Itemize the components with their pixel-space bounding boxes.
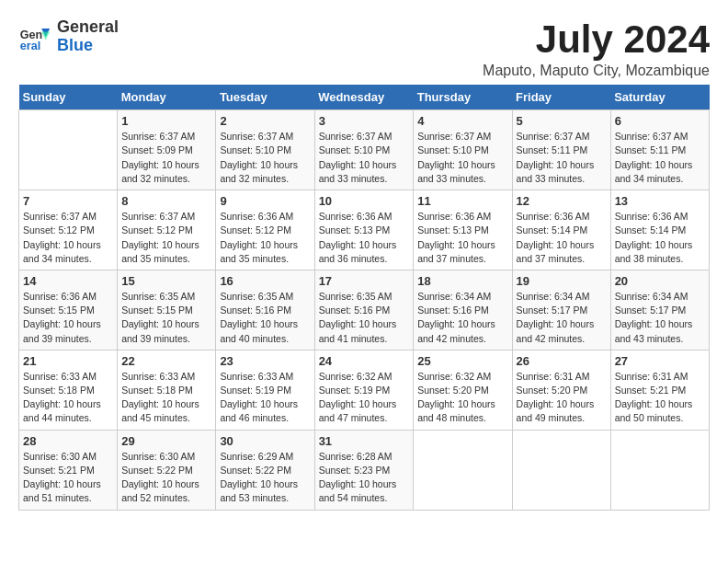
day-number: 5 [517,114,607,128]
svg-marker-3 [41,31,50,40]
day-number: 21 [23,354,113,368]
day-number: 18 [417,274,507,288]
cell-content: Sunrise: 6:37 AM Sunset: 5:09 PM Dayligh… [121,130,211,186]
calendar-week-1: 1Sunrise: 6:37 AM Sunset: 5:09 PM Daylig… [19,110,710,190]
day-number: 4 [417,114,507,128]
day-number: 23 [220,354,310,368]
calendar-cell: 14Sunrise: 6:36 AM Sunset: 5:15 PM Dayli… [19,270,118,350]
calendar-cell: 26Sunrise: 6:31 AM Sunset: 5:20 PM Dayli… [512,350,610,430]
day-number: 27 [615,354,705,368]
cell-content: Sunrise: 6:35 AM Sunset: 5:16 PM Dayligh… [220,290,310,346]
day-number: 10 [319,194,410,208]
cell-content: Sunrise: 6:28 AM Sunset: 5:23 PM Dayligh… [319,450,410,506]
cell-content: Sunrise: 6:37 AM Sunset: 5:11 PM Dayligh… [517,130,607,186]
location-subtitle: Maputo, Maputo City, Mozambique [483,63,710,79]
svg-text:eral: eral [20,40,40,52]
cell-content: Sunrise: 6:37 AM Sunset: 5:10 PM Dayligh… [220,130,310,186]
cell-content: Sunrise: 6:35 AM Sunset: 5:15 PM Dayligh… [121,290,211,346]
calendar-cell: 2Sunrise: 6:37 AM Sunset: 5:10 PM Daylig… [216,110,314,190]
calendar-cell: 21Sunrise: 6:33 AM Sunset: 5:18 PM Dayli… [19,350,118,430]
calendar-cell: 5Sunrise: 6:37 AM Sunset: 5:11 PM Daylig… [512,110,610,190]
day-number: 31 [319,434,410,448]
cell-content: Sunrise: 6:36 AM Sunset: 5:14 PM Dayligh… [517,210,607,266]
calendar-cell [610,430,709,510]
cell-content: Sunrise: 6:33 AM Sunset: 5:18 PM Dayligh… [23,370,113,426]
cell-content: Sunrise: 6:34 AM Sunset: 5:17 PM Dayligh… [615,290,705,346]
day-number: 11 [417,194,507,208]
day-number: 9 [220,194,310,208]
page-header: Gen eral General Blue July 2024 Maputo, … [18,18,710,79]
calendar-cell: 29Sunrise: 6:30 AM Sunset: 5:22 PM Dayli… [118,430,216,510]
day-number: 26 [517,354,607,368]
calendar-cell: 10Sunrise: 6:36 AM Sunset: 5:13 PM Dayli… [314,190,414,270]
calendar-cell [19,110,118,190]
calendar-cell: 1Sunrise: 6:37 AM Sunset: 5:09 PM Daylig… [118,110,216,190]
cell-content: Sunrise: 6:35 AM Sunset: 5:16 PM Dayligh… [319,290,410,346]
calendar-cell: 8Sunrise: 6:37 AM Sunset: 5:12 PM Daylig… [118,190,216,270]
calendar-cell: 28Sunrise: 6:30 AM Sunset: 5:21 PM Dayli… [19,430,118,510]
calendar-cell [512,430,610,510]
cell-content: Sunrise: 6:36 AM Sunset: 5:12 PM Dayligh… [220,210,310,266]
day-number: 16 [220,274,310,288]
day-number: 20 [615,274,705,288]
day-number: 25 [417,354,507,368]
calendar-cell: 17Sunrise: 6:35 AM Sunset: 5:16 PM Dayli… [314,270,414,350]
cell-content: Sunrise: 6:33 AM Sunset: 5:18 PM Dayligh… [121,370,211,426]
logo: Gen eral General Blue [18,18,119,55]
calendar-cell: 30Sunrise: 6:29 AM Sunset: 5:22 PM Dayli… [216,430,314,510]
calendar-cell: 22Sunrise: 6:33 AM Sunset: 5:18 PM Dayli… [118,350,216,430]
day-number: 30 [220,434,310,448]
cell-content: Sunrise: 6:36 AM Sunset: 5:13 PM Dayligh… [319,210,410,266]
calendar-cell: 31Sunrise: 6:28 AM Sunset: 5:23 PM Dayli… [314,430,414,510]
day-number: 8 [121,194,211,208]
cell-content: Sunrise: 6:30 AM Sunset: 5:21 PM Dayligh… [23,450,113,506]
day-number: 14 [23,274,113,288]
title-block: July 2024 Maputo, Maputo City, Mozambiqu… [483,18,710,79]
calendar-header-row: SundayMondayTuesdayWednesdayThursdayFrid… [19,85,710,110]
cell-content: Sunrise: 6:29 AM Sunset: 5:22 PM Dayligh… [220,450,310,506]
calendar-cell: 3Sunrise: 6:37 AM Sunset: 5:10 PM Daylig… [314,110,414,190]
calendar-cell: 18Sunrise: 6:34 AM Sunset: 5:16 PM Dayli… [414,270,512,350]
calendar-cell: 13Sunrise: 6:36 AM Sunset: 5:14 PM Dayli… [610,190,709,270]
day-number: 3 [319,114,410,128]
day-number: 1 [121,114,211,128]
day-number: 7 [23,194,113,208]
day-header-monday: Monday [118,85,216,110]
day-number: 2 [220,114,310,128]
calendar-cell: 15Sunrise: 6:35 AM Sunset: 5:15 PM Dayli… [118,270,216,350]
cell-content: Sunrise: 6:37 AM Sunset: 5:12 PM Dayligh… [121,210,211,266]
cell-content: Sunrise: 6:34 AM Sunset: 5:16 PM Dayligh… [417,290,507,346]
cell-content: Sunrise: 6:32 AM Sunset: 5:20 PM Dayligh… [417,370,507,426]
day-header-sunday: Sunday [19,85,118,110]
day-number: 15 [121,274,211,288]
calendar-cell: 25Sunrise: 6:32 AM Sunset: 5:20 PM Dayli… [414,350,512,430]
day-number: 24 [319,354,410,368]
day-header-tuesday: Tuesday [216,85,314,110]
cell-content: Sunrise: 6:31 AM Sunset: 5:21 PM Dayligh… [615,370,705,426]
cell-content: Sunrise: 6:32 AM Sunset: 5:19 PM Dayligh… [319,370,410,426]
day-header-wednesday: Wednesday [314,85,414,110]
calendar-week-5: 28Sunrise: 6:30 AM Sunset: 5:21 PM Dayli… [19,430,710,510]
calendar-cell: 27Sunrise: 6:31 AM Sunset: 5:21 PM Dayli… [610,350,709,430]
calendar-cell: 9Sunrise: 6:36 AM Sunset: 5:12 PM Daylig… [216,190,314,270]
day-number: 12 [517,194,607,208]
cell-content: Sunrise: 6:37 AM Sunset: 5:10 PM Dayligh… [319,130,410,186]
day-number: 13 [615,194,705,208]
calendar-cell: 20Sunrise: 6:34 AM Sunset: 5:17 PM Dayli… [610,270,709,350]
calendar-week-4: 21Sunrise: 6:33 AM Sunset: 5:18 PM Dayli… [19,350,710,430]
cell-content: Sunrise: 6:36 AM Sunset: 5:15 PM Dayligh… [23,290,113,346]
calendar-cell: 4Sunrise: 6:37 AM Sunset: 5:10 PM Daylig… [414,110,512,190]
day-header-thursday: Thursday [414,85,512,110]
calendar-cell: 19Sunrise: 6:34 AM Sunset: 5:17 PM Dayli… [512,270,610,350]
cell-content: Sunrise: 6:37 AM Sunset: 5:12 PM Dayligh… [23,210,113,266]
cell-content: Sunrise: 6:37 AM Sunset: 5:10 PM Dayligh… [417,130,507,186]
day-number: 29 [121,434,211,448]
calendar-week-2: 7Sunrise: 6:37 AM Sunset: 5:12 PM Daylig… [19,190,710,270]
logo-text: General Blue [57,18,119,55]
calendar-cell: 7Sunrise: 6:37 AM Sunset: 5:12 PM Daylig… [19,190,118,270]
logo-general-text: General [57,18,119,37]
calendar-cell: 11Sunrise: 6:36 AM Sunset: 5:13 PM Dayli… [414,190,512,270]
cell-content: Sunrise: 6:37 AM Sunset: 5:11 PM Dayligh… [615,130,705,186]
day-number: 6 [615,114,705,128]
cell-content: Sunrise: 6:34 AM Sunset: 5:17 PM Dayligh… [517,290,607,346]
